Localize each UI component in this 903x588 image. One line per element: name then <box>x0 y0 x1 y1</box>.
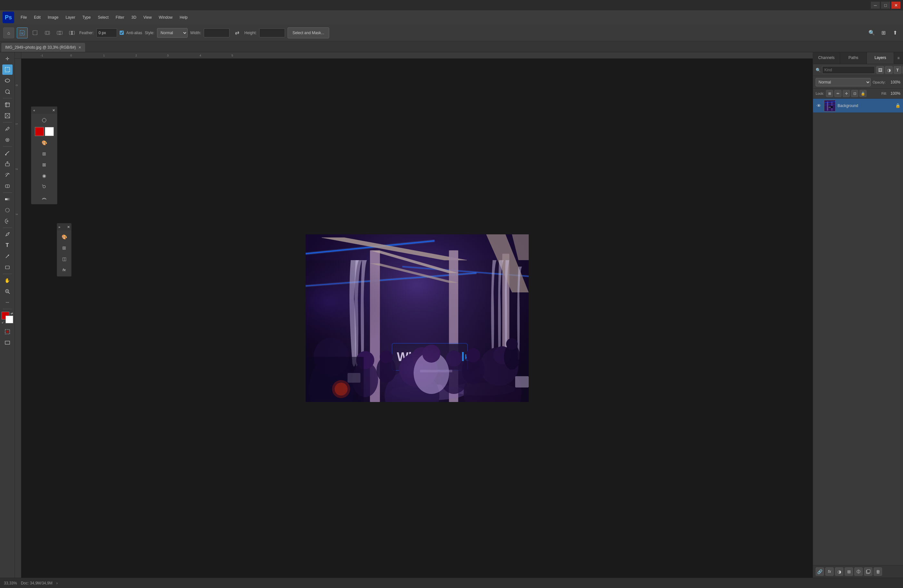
home-button[interactable]: ⌂ <box>3 27 14 38</box>
quick-mask-button[interactable] <box>2 327 13 337</box>
new-group-btn[interactable]: ⊞ <box>845 568 853 576</box>
type-tool[interactable]: T <box>2 240 13 250</box>
filter-type-icon[interactable]: T <box>894 66 901 74</box>
float-r-grid[interactable]: ⊞ <box>59 243 69 253</box>
intersect-selection-btn[interactable] <box>67 28 77 38</box>
add-mask-btn[interactable]: ◑ <box>835 568 843 576</box>
gradient-tool[interactable] <box>2 194 13 204</box>
filter-pixel-icon[interactable]: 🖼 <box>876 66 884 74</box>
float-quick-mask[interactable]: ◉ <box>39 171 49 181</box>
status-arrow[interactable]: › <box>57 581 58 585</box>
float-color-wheel[interactable]: 🎨 <box>39 138 49 148</box>
menu-file[interactable]: File <box>17 14 30 21</box>
lock-transparent-btn[interactable]: ⊞ <box>826 90 833 97</box>
lock-all-btn[interactable]: 🔒 <box>859 90 867 97</box>
menu-window[interactable]: Window <box>156 14 176 21</box>
screen-mode-button[interactable] <box>2 338 13 348</box>
tab-channels[interactable]: Channels <box>813 52 840 64</box>
layers-filter-input[interactable] <box>822 66 875 74</box>
search-button[interactable]: 🔍 <box>867 28 876 38</box>
lock-position-btn[interactable]: ✛ <box>843 90 850 97</box>
select-and-mask-button[interactable]: Select and Mask... <box>288 27 329 38</box>
history-brush-tool[interactable] <box>2 170 13 180</box>
document-tab-close[interactable]: ✕ <box>78 46 81 50</box>
zoom-tool[interactable] <box>2 286 13 297</box>
close-button[interactable]: ✕ <box>891 2 900 9</box>
lasso-tool[interactable] <box>2 75 13 86</box>
spot-healing-tool[interactable] <box>2 135 13 145</box>
menu-filter[interactable]: Filter <box>113 14 127 21</box>
subtract-selection-btn[interactable] <box>55 28 64 38</box>
float-r-split[interactable]: ◫ <box>59 254 69 264</box>
layer-visibility-toggle[interactable]: 👁 <box>816 102 822 109</box>
path-selection-tool[interactable] <box>2 251 13 261</box>
default-colors-button[interactable]: ↙ <box>2 321 4 324</box>
float-r-color[interactable]: 🎨 <box>59 232 69 242</box>
float-navigator[interactable] <box>39 181 49 192</box>
anti-alias-checkbox[interactable] <box>120 31 124 35</box>
share-button[interactable]: ⬆ <box>890 28 900 38</box>
menu-select[interactable]: Select <box>94 14 112 21</box>
menu-image[interactable]: Image <box>44 14 61 21</box>
float-left-collapse[interactable]: « <box>33 108 35 112</box>
maximize-button[interactable]: □ <box>881 2 890 9</box>
clone-stamp-tool[interactable] <box>2 159 13 169</box>
menu-edit[interactable]: Edit <box>31 14 44 21</box>
menu-layer[interactable]: Layer <box>62 14 78 21</box>
style-select[interactable]: Normal Fixed Ratio Fixed Size <box>157 28 188 38</box>
blend-mode-select[interactable]: Normal Dissolve Multiply Screen Overlay <box>816 78 871 86</box>
height-input[interactable] <box>259 28 285 38</box>
float-grass[interactable] <box>39 192 49 203</box>
pen-tool[interactable] <box>2 229 13 239</box>
filter-adjustment-icon[interactable]: ◑ <box>885 66 893 74</box>
fg-color[interactable] <box>35 127 44 136</box>
workspace-button[interactable]: ⊞ <box>878 28 888 38</box>
float-right-expand[interactable]: » <box>58 225 60 229</box>
eraser-tool[interactable] <box>2 181 13 191</box>
width-input[interactable] <box>204 28 230 38</box>
marquee-select-button[interactable] <box>17 27 28 38</box>
float-right-panel-header[interactable]: » ✕ <box>57 223 71 231</box>
hand-tool[interactable]: ✋ <box>2 275 13 286</box>
crop-tool[interactable] <box>2 100 13 110</box>
move-tool[interactable]: ✛ <box>2 53 13 64</box>
swap-colors-button[interactable]: ⇄ <box>11 312 13 315</box>
document-tab[interactable]: IMG_2949~photo.jpg @ 33,3% (RGB/8#) ✕ <box>1 43 85 52</box>
swap-wh-button[interactable]: ⇄ <box>232 28 242 38</box>
minimize-button[interactable]: ─ <box>871 2 880 9</box>
float-pattern[interactable]: ⊠ <box>39 160 49 170</box>
rectangle-shape-tool[interactable] <box>2 262 13 272</box>
fill-value[interactable]: 100% <box>889 91 900 96</box>
lock-artboard-btn[interactable]: ⊡ <box>851 90 858 97</box>
menu-type[interactable]: Type <box>79 14 94 21</box>
menu-help[interactable]: Help <box>176 14 191 21</box>
float-r-fx[interactable]: fx <box>59 265 69 275</box>
float-right-close[interactable]: ✕ <box>67 225 70 229</box>
menu-view[interactable]: View <box>140 14 155 21</box>
fx-btn[interactable]: fx <box>825 568 834 576</box>
canvas-area[interactable]: -1 0 1 2 3 4 5 0 1 2 3 <box>15 52 813 578</box>
frame-tool[interactable] <box>2 110 13 121</box>
link-layers-btn[interactable]: 🔗 <box>816 568 824 576</box>
lock-pixels-btn[interactable]: ✏ <box>834 90 842 97</box>
new-adjustment-btn[interactable] <box>854 568 863 576</box>
bg-color[interactable] <box>45 127 54 136</box>
quick-selection-tool[interactable] <box>2 86 13 97</box>
float-grid[interactable]: ⊞ <box>39 149 49 159</box>
panel-menu-button[interactable]: ≡ <box>894 52 903 64</box>
new-selection-btn[interactable] <box>30 28 40 38</box>
tab-paths[interactable]: Paths <box>840 52 867 64</box>
float-eyedropper[interactable] <box>39 115 49 126</box>
dodge-tool[interactable] <box>2 216 13 226</box>
opacity-value[interactable]: 100% <box>887 80 900 85</box>
blur-tool[interactable] <box>2 205 13 215</box>
brush-tool[interactable] <box>2 148 13 158</box>
feather-input[interactable] <box>96 28 117 38</box>
float-left-panel-header[interactable]: « ✕ <box>31 107 57 114</box>
layer-name[interactable]: Background <box>838 104 894 108</box>
menu-3d[interactable]: 3D <box>128 14 139 21</box>
more-tools-button[interactable]: ··· <box>2 297 13 308</box>
background-color-swatch[interactable] <box>5 316 13 323</box>
float-left-close[interactable]: ✕ <box>52 108 55 113</box>
eyedropper-tool[interactable] <box>2 124 13 134</box>
